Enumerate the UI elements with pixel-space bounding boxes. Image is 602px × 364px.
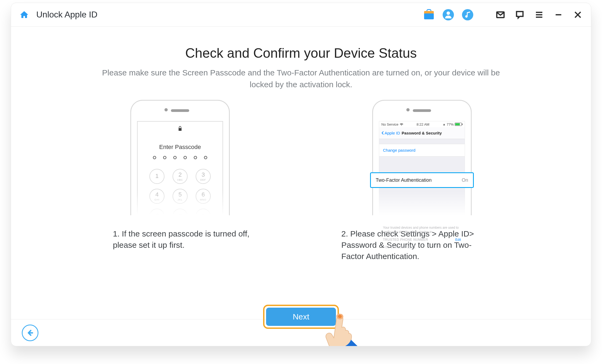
- trusted-edit: Edit: [455, 238, 461, 242]
- key-8: 8: [173, 209, 188, 215]
- back-button[interactable]: [22, 325, 38, 341]
- toolbox-icon[interactable]: [423, 9, 435, 20]
- nav-title: Password & Security: [402, 131, 442, 135]
- wifi-icon: [400, 122, 403, 126]
- phone-earpiece: [171, 109, 189, 112]
- music-search-icon[interactable]: [462, 9, 473, 20]
- trusted-number: +86 158 1387 3241: [383, 245, 461, 249]
- headline: Check and Confirm your Device Status: [27, 45, 575, 61]
- settings-screen: No Service 8:22 AM ▲ 77% Apple ID: [379, 121, 465, 215]
- main-content: Check and Confirm your Device Status Ple…: [11, 27, 591, 319]
- page-title: Unlock Apple ID: [36, 10, 98, 20]
- phone-passcode: Enter Passcode 1 2ABC 3DEF 4GHI: [130, 100, 230, 215]
- feedback-icon[interactable]: [514, 9, 525, 20]
- tfa-value: On: [462, 177, 468, 183]
- key-1: 1: [149, 169, 164, 184]
- two-factor-callout: Two-Factor Authentication On: [370, 172, 474, 188]
- app-window: Unlock Apple ID: [11, 3, 591, 346]
- passcode-dots: [153, 156, 207, 159]
- clock-label: 8:22 AM: [417, 122, 429, 126]
- minimize-icon[interactable]: [553, 9, 564, 20]
- passcode-screen: Enter Passcode 1 2ABC 3DEF 4GHI: [137, 121, 223, 215]
- key-4: 4GHI: [149, 189, 164, 204]
- key-2: 2ABC: [173, 169, 188, 184]
- phone-two-factor: No Service 8:22 AM ▲ 77% Apple ID: [372, 100, 472, 215]
- enter-passcode-label: Enter Passcode: [159, 144, 201, 151]
- svg-point-0: [447, 11, 450, 15]
- illustration-two-factor: No Service 8:22 AM ▲ 77% Apple ID: [361, 100, 482, 215]
- battery-label: 77%: [447, 122, 454, 126]
- mail-icon[interactable]: [495, 9, 506, 20]
- pointer-hand-icon: [322, 312, 363, 346]
- menu-icon[interactable]: [533, 9, 545, 20]
- tfa-label: Two-Factor Authentication: [376, 177, 432, 183]
- ios-nav-bar: Apple ID Password & Security: [379, 127, 465, 139]
- tfa-description: Your trusted devices and phone numbers a…: [383, 226, 461, 234]
- home-icon[interactable]: [19, 9, 30, 20]
- illustrations-row: Enter Passcode 1 2ABC 3DEF 4GHI: [27, 100, 575, 215]
- key-3: 3DEF: [196, 169, 211, 184]
- key-6: 6MNO: [196, 189, 211, 204]
- trusted-header: TRUSTED PHONE NUMBER: [383, 238, 428, 242]
- sub-headline: Please make sure the Screen Passcode and…: [99, 67, 503, 90]
- step-1-caption: 1. If the screen passcode is turned off,…: [113, 228, 261, 262]
- phone-camera-dot: [164, 108, 168, 111]
- keypad: 1 2ABC 3DEF 4GHI 5JKL 6MNO 7: [149, 169, 211, 215]
- nav-back-label: Apple ID: [381, 131, 400, 135]
- step-captions: 1. If the screen passcode is turned off,…: [27, 228, 575, 262]
- key-7: 7: [149, 209, 164, 215]
- phone-camera-dot: [406, 108, 410, 111]
- account-icon[interactable]: [443, 9, 454, 20]
- lock-icon: [177, 122, 183, 133]
- close-icon[interactable]: [572, 9, 583, 20]
- change-password-cell: Change password: [379, 144, 465, 156]
- ios-status-bar: No Service 8:22 AM ▲ 77%: [379, 121, 465, 127]
- key-9: 9: [196, 209, 211, 215]
- titlebar: Unlock Apple ID: [11, 3, 591, 27]
- battery-icon: [455, 123, 463, 126]
- illustration-passcode: Enter Passcode 1 2ABC 3DEF 4GHI: [120, 100, 241, 215]
- next-button[interactable]: Next: [266, 308, 336, 326]
- phone-earpiece: [413, 109, 431, 112]
- carrier-label: No Service: [381, 122, 399, 126]
- key-5: 5JKL: [173, 189, 188, 204]
